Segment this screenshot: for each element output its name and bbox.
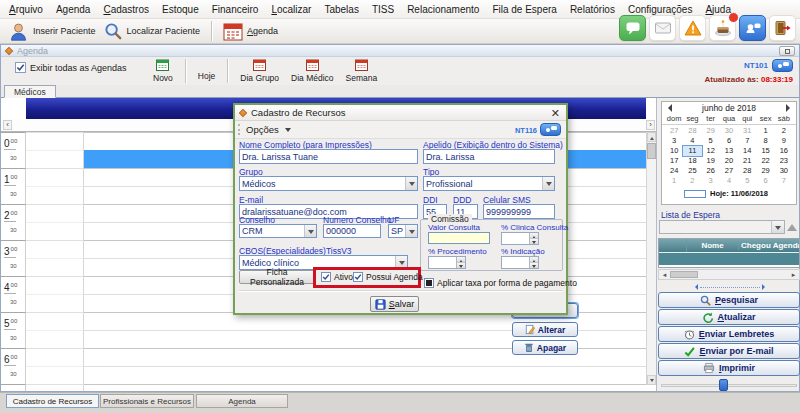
menu-item-relatórios[interactable]: Relatórios — [570, 4, 615, 15]
prev-month-icon[interactable] — [668, 104, 672, 112]
calendar-day[interactable]: 1 — [756, 126, 774, 136]
zoom-slider[interactable] — [659, 379, 799, 391]
localizar-paciente-button[interactable]: Localizar Paciente — [100, 19, 205, 43]
spinner-arrows-icon[interactable] — [529, 233, 538, 244]
calendar-day[interactable]: 30 — [775, 166, 793, 176]
possui-agenda-checkbox-row[interactable]: Possui Agenda — [353, 272, 423, 282]
scroll-down-icon[interactable] — [647, 375, 656, 385]
scrollbar-thumb[interactable] — [647, 143, 656, 159]
calendar-day[interactable]: 10 — [665, 146, 683, 156]
calendar-day[interactable]: 29 — [702, 126, 720, 136]
aplicar-taxa-checkbox-row[interactable]: Aplicar taxa por forma de pagamento — [424, 278, 577, 288]
dropdown-arrow-icon[interactable] — [405, 225, 417, 237]
calendar-day[interactable]: 30 — [720, 126, 738, 136]
dropdown-arrow-icon[interactable] — [304, 225, 316, 237]
valor-consulta-input[interactable] — [428, 232, 490, 244]
opcoes-menu[interactable]: Opções — [246, 124, 291, 135]
calendar-day[interactable]: 8 — [756, 136, 774, 146]
panel-close-button[interactable] — [779, 46, 795, 56]
spinner-arrows-icon[interactable] — [529, 257, 538, 268]
schedule-row[interactable]: 30 — [1, 366, 646, 384]
calendar-day[interactable]: 2 — [775, 126, 793, 136]
calendar-day[interactable]: 23 — [775, 156, 793, 166]
calendar-day[interactable]: 5 — [702, 136, 720, 146]
panel-splitter[interactable] — [695, 284, 765, 290]
calendar-day[interactable]: 29 — [756, 166, 774, 176]
calendar-day[interactable]: 6 — [720, 136, 738, 146]
calendar-day[interactable]: 17 — [665, 156, 683, 166]
indicacao-spinner[interactable] — [501, 256, 539, 269]
dropdown-arrow-icon[interactable] — [405, 177, 417, 190]
calendar-day[interactable]: 31 — [738, 126, 756, 136]
tab-profissionais-e-recursos[interactable]: Profissionais e Recursos — [100, 394, 194, 408]
scroll-right-button[interactable]: › — [646, 120, 655, 130]
hoje-button[interactable]: Hoje — [192, 58, 221, 84]
menu-item-localizar[interactable]: Localizar — [271, 4, 311, 15]
dialog-chat-button[interactable] — [540, 123, 561, 136]
enviar-lembretes-button[interactable]: Enviar Lembretes — [658, 326, 800, 342]
uf-select[interactable]: SP — [388, 224, 418, 238]
clinica-consulta-spinner[interactable] — [501, 232, 539, 245]
mail-icon[interactable] — [649, 15, 676, 41]
calendar-day[interactable]: 19 — [702, 156, 720, 166]
novo-agenda-button[interactable]: Novo — [147, 58, 179, 84]
menu-item-arquivo[interactable]: Arquivo — [9, 4, 43, 15]
dropdown-arrow-icon[interactable] — [771, 221, 784, 233]
calendar-day[interactable]: 1 — [665, 176, 683, 186]
calendar-day[interactable]: 6 — [756, 176, 774, 186]
calendar-day[interactable]: 21 — [738, 156, 756, 166]
menu-item-configurações[interactable]: Configurações — [628, 4, 692, 15]
messages-icon[interactable] — [739, 15, 766, 41]
scroll-left-button[interactable]: ‹ — [3, 120, 12, 130]
aplicar-taxa-checkbox[interactable] — [424, 278, 434, 288]
numero-conselho-input[interactable] — [323, 224, 381, 238]
calendar-day[interactable]: 26 — [702, 166, 720, 176]
menu-item-relacionamento[interactable]: Relacionamento — [407, 4, 479, 15]
calendar-day[interactable]: 15 — [756, 146, 774, 156]
ficha-personalizada-button[interactable]: Ficha Personalizada — [239, 270, 315, 284]
tab-medicos[interactable]: Médicos — [4, 85, 56, 98]
waitlist-hscrollbar[interactable]: ◂ ▸ — [658, 269, 800, 280]
calendar-day[interactable]: 3 — [665, 136, 683, 146]
atualizar-button[interactable]: Atualizar — [658, 309, 800, 325]
menu-item-cadastros[interactable]: Cadastros — [103, 4, 149, 15]
tab-agenda[interactable]: Agenda — [196, 394, 288, 408]
waitlist-col-nome[interactable]: Nome — [687, 241, 739, 250]
inserir-paciente-button[interactable]: Inserir Paciente — [4, 19, 100, 43]
calendar-day[interactable]: 3 — [702, 176, 720, 186]
calendar-day[interactable]: 4 — [683, 136, 701, 146]
dia-medico-button[interactable]: Dia Médico — [285, 58, 340, 84]
nome-completo-input[interactable] — [239, 149, 418, 164]
tipo-select[interactable]: Profissional — [423, 176, 555, 191]
pesquisar-button[interactable]: Pesquisar — [658, 292, 800, 308]
menu-item-ajuda[interactable]: Ajuda — [705, 4, 731, 15]
calendar-day[interactable]: 9 — [775, 136, 793, 146]
calendar-day[interactable]: 2 — [683, 176, 701, 186]
grupo-select[interactable]: Médicos — [239, 176, 418, 191]
ativo-checkbox[interactable] — [321, 272, 331, 282]
waitlist-select[interactable] — [659, 220, 785, 234]
vertical-scrollbar[interactable] — [646, 132, 656, 385]
scrollbar-thumb[interactable] — [670, 271, 698, 278]
dia-grupo-button[interactable]: Dia Grupo — [234, 58, 285, 84]
calendar-day[interactable]: 28 — [683, 126, 701, 136]
alterar-button[interactable]: Alterar — [512, 322, 578, 337]
calendar-day[interactable]: 20 — [720, 156, 738, 166]
scroll-right-icon[interactable]: ▸ — [789, 270, 798, 279]
dropdown-arrow-icon[interactable] — [542, 177, 554, 190]
calendar-day[interactable]: 18 — [683, 156, 701, 166]
dialog-close-button[interactable]: ✕ — [551, 106, 560, 120]
tab-cadastro-de-recursos[interactable]: Cadastro de Recursos — [6, 394, 99, 408]
menu-item-fila-de-espera[interactable]: Fila de Espera — [492, 4, 556, 15]
waitlist-col-chegou-agenda[interactable]: Chegou Agenda — [739, 241, 799, 250]
apagar-button[interactable]: Apagar — [512, 340, 578, 355]
birthday-icon[interactable] — [709, 15, 736, 41]
ativo-checkbox-row[interactable]: Ativo — [321, 272, 353, 282]
agenda-button[interactable]: Agenda — [219, 19, 282, 43]
calendar-day[interactable]: 27 — [665, 126, 683, 136]
warning-icon[interactable] — [679, 15, 706, 41]
exit-icon[interactable] — [769, 15, 796, 41]
scroll-left-icon[interactable]: ◂ — [660, 270, 669, 279]
salvar-button[interactable]: Salvar — [370, 296, 419, 312]
scroll-up-icon[interactable] — [647, 132, 656, 142]
